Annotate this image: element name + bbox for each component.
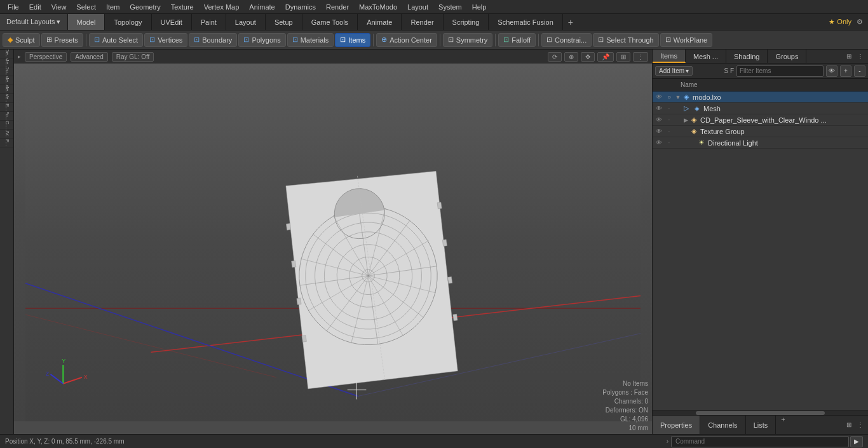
left-tool-6[interactable]: E... — [0, 103, 14, 112]
items-eye-button[interactable]: 👁 — [826, 65, 837, 77]
falloff-button[interactable]: ⊡ Falloff — [498, 33, 536, 47]
menu-vertex-map[interactable]: Vertex Map — [199, 2, 245, 12]
left-tool-9[interactable]: UV... — [0, 130, 14, 139]
viewport[interactable]: ▸ Perspective Advanced Ray GL: Off ⟳ ⊕ ✥… — [14, 50, 652, 434]
view-type-button[interactable]: Perspective — [25, 52, 67, 62]
tab-groups[interactable]: Groups — [768, 50, 806, 63]
expand-icon[interactable]: ⊞ — [616, 52, 630, 62]
menu-layout[interactable]: Layout — [402, 2, 433, 12]
item-row-texture-group[interactable]: 👁 · ◈ Texture Group — [653, 126, 868, 137]
zoom-icon[interactable]: ⊕ — [564, 52, 578, 62]
items-button[interactable]: ⊡ Items — [335, 33, 370, 47]
item-eye2-2[interactable]: · — [664, 115, 674, 125]
layout-tab-layout[interactable]: Layout — [226, 14, 266, 30]
props-tab-lists[interactable]: Lists — [746, 416, 776, 434]
polygons-button[interactable]: ⊡ Polygons — [238, 33, 285, 47]
symmetry-button[interactable]: ⊡ Symmetry — [443, 33, 493, 47]
props-tab-channels[interactable]: Channels — [700, 416, 745, 434]
layout-tab-gametools[interactable]: Game Tools — [302, 14, 358, 30]
presets-button[interactable]: ⊞ Presets — [41, 33, 83, 47]
left-tool-5[interactable]: Ve... — [0, 94, 14, 103]
items-remove-button[interactable]: - — [854, 65, 865, 77]
item-arrow-0[interactable]: ▼ — [674, 92, 682, 102]
sculpt-button[interactable]: ◆ Sculpt — [3, 33, 40, 47]
layout-dropdown[interactable]: Default Layouts ▾ — [0, 14, 68, 30]
props-more-icon[interactable]: ⋮ — [855, 420, 865, 430]
boundary-button[interactable]: ⊡ Boundary — [189, 33, 237, 47]
item-eye-1[interactable]: 👁 — [654, 104, 664, 114]
menu-select[interactable]: Select — [71, 2, 101, 12]
items-add-button[interactable]: + — [840, 65, 851, 77]
right-panel-more[interactable]: ⋮ — [855, 51, 865, 62]
layout-tab-scripting[interactable]: Scripting — [444, 14, 489, 30]
left-tool-1[interactable]: Me... — [0, 58, 14, 67]
menu-view[interactable]: View — [46, 2, 72, 12]
layout-tab-topology[interactable]: Topology — [105, 14, 151, 30]
item-row-modo-lxo[interactable]: 👁 ○ ▼ ◈ modo.lxo — [653, 92, 868, 103]
materials-button[interactable]: ⊡ Materials — [287, 33, 334, 47]
layout-tab-add[interactable]: + — [563, 17, 578, 27]
layout-tab-setup[interactable]: Setup — [266, 14, 302, 30]
layout-tab-render[interactable]: Render — [402, 14, 443, 30]
layout-tab-schematic[interactable]: Schematic Fusion — [489, 14, 562, 30]
item-eye-3[interactable]: 👁 — [654, 126, 664, 137]
constraints-button[interactable]: ⊡ Constrai... — [541, 33, 592, 47]
orbit-icon[interactable]: ⟳ — [548, 52, 562, 62]
left-tool-7[interactable]: Po... — [0, 112, 14, 121]
action-center-button[interactable]: ⊕ Action Center — [376, 33, 437, 47]
menu-animate[interactable]: Animate — [244, 2, 280, 12]
left-tool-8[interactable]: C... — [0, 121, 14, 130]
command-execute-button[interactable]: ▶ — [850, 436, 863, 447]
item-eye2-3[interactable]: · — [664, 126, 674, 137]
layout-tab-paint[interactable]: Paint — [192, 14, 226, 30]
pan-icon[interactable]: ✥ — [581, 52, 595, 62]
auto-select-button[interactable]: ⊡ Auto Select — [89, 33, 143, 47]
item-row-directional-light[interactable]: 👁 · ☀ Directional Light — [653, 137, 868, 149]
left-tool-3[interactable]: Me... — [0, 76, 14, 85]
layout-tab-uvedit[interactable]: UVEdit — [152, 14, 192, 30]
props-tab-add[interactable]: + — [776, 416, 790, 434]
menu-edit[interactable]: Edit — [24, 2, 46, 12]
left-tool-0[interactable]: De... — [0, 50, 14, 58]
more-icon[interactable]: ⋮ — [633, 52, 648, 62]
menu-help[interactable]: Help — [467, 2, 492, 12]
tab-mesh[interactable]: Mesh ... — [686, 50, 726, 63]
menu-dynamics[interactable]: Dynamics — [280, 2, 321, 12]
menu-system[interactable]: System — [433, 2, 467, 12]
right-panel-expand[interactable]: ⊞ — [844, 51, 854, 62]
item-eye-0[interactable]: 👁 — [654, 92, 664, 102]
menu-maxtomodo[interactable]: MaxToModo — [354, 2, 402, 12]
add-item-button[interactable]: Add Item ▾ — [655, 66, 693, 76]
ray-gl-button[interactable]: Ray GL: Off — [112, 52, 154, 62]
left-tool-2[interactable]: Du... — [0, 67, 14, 76]
items-scrollbar[interactable] — [653, 410, 868, 415]
vertices-button[interactable]: ⊡ Vertices — [144, 33, 187, 47]
item-eye-4[interactable]: 👁 — [654, 138, 664, 148]
command-input[interactable] — [671, 436, 849, 447]
menu-texture[interactable]: Texture — [166, 2, 199, 12]
menu-geometry[interactable]: Geometry — [125, 2, 165, 12]
menu-file[interactable]: File — [3, 2, 24, 12]
menu-render[interactable]: Render — [321, 2, 354, 12]
item-arrow-2[interactable]: ▶ — [682, 115, 689, 125]
view-mode-button[interactable]: Advanced — [71, 52, 107, 62]
item-row-cd-paper[interactable]: 👁 · ▶ ◈ CD_Paper_Sleeve_with_Clear_Windo… — [653, 114, 868, 126]
item-eye-2[interactable]: 👁 — [654, 115, 664, 125]
item-eye2-0[interactable]: ○ — [664, 92, 674, 102]
menu-item[interactable]: Item — [101, 2, 125, 12]
tab-items[interactable]: Items — [653, 50, 686, 63]
layout-tab-model[interactable]: Model — [68, 14, 105, 30]
left-tool-10[interactable]: F... — [0, 139, 14, 147]
layout-tab-animate[interactable]: Animate — [358, 14, 402, 30]
select-through-button[interactable]: ⊡ Select Through — [593, 33, 658, 47]
props-tab-properties[interactable]: Properties — [653, 416, 700, 434]
props-expand-icon[interactable]: ⊞ — [844, 420, 854, 430]
item-eye2-1[interactable]: · — [664, 104, 674, 114]
filter-items-input[interactable] — [736, 65, 824, 77]
viewport-toggle[interactable]: ▸ — [18, 53, 21, 60]
pin-icon[interactable]: 📌 — [597, 52, 614, 62]
left-tool-4[interactable]: Me... — [0, 85, 14, 94]
settings-icon[interactable]: ⚙ — [857, 18, 863, 26]
item-eye2-4[interactable]: · — [664, 138, 674, 148]
tab-shading[interactable]: Shading — [726, 50, 768, 63]
